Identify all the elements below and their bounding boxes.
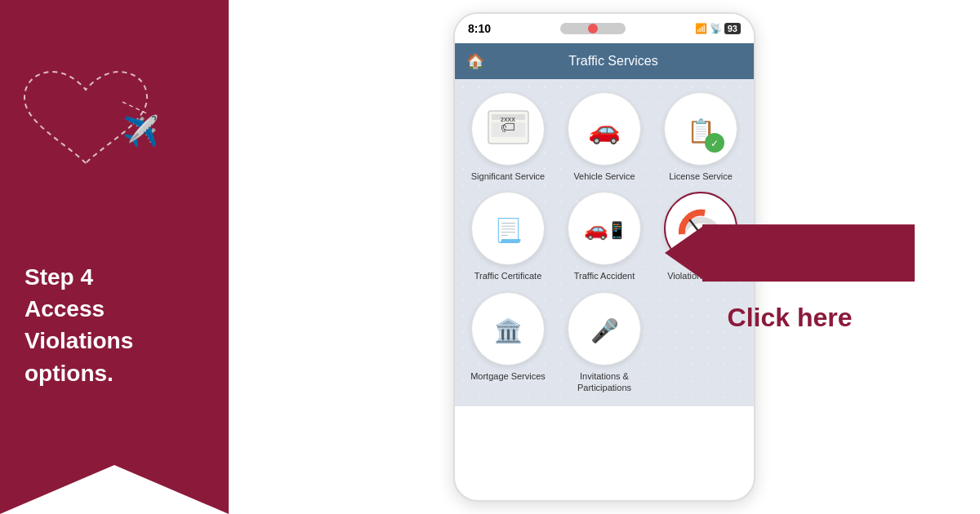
- svg-text:🚗: 🚗: [584, 217, 608, 241]
- service-item-traffic-accident[interactable]: 🚗 📱 Traffic Accident: [561, 192, 648, 281]
- arrow-indicator: Click here: [665, 224, 915, 333]
- service-item-vehicle[interactable]: 🚗 Vehicle Service: [561, 92, 648, 182]
- service-icon-vehicle: 🚗: [568, 92, 641, 166]
- nav-bar: 🏠 Traffic Services: [455, 43, 754, 79]
- wifi-icon: 📡: [710, 23, 722, 34]
- service-item-invitations[interactable]: 🎤 Invitations & Participations: [561, 292, 648, 394]
- service-item-significant[interactable]: 2XXX 🏷 Significant Service: [465, 92, 551, 182]
- battery-indicator: 93: [724, 23, 741, 34]
- status-icons: 📶 📡 93: [695, 23, 741, 34]
- service-label-vehicle: Vehicle Service: [573, 171, 635, 182]
- service-item-mortgage[interactable]: 🏛️ Mortgage Services: [465, 292, 551, 394]
- service-icon-significant: 2XXX 🏷: [471, 92, 545, 166]
- arrow-shape: [665, 224, 915, 281]
- home-nav-icon[interactable]: 🏠: [466, 52, 484, 70]
- nav-title: Traffic Services: [484, 54, 742, 69]
- service-icon-traffic-accident: 🚗 📱: [568, 192, 641, 265]
- service-icon-mortgage: 🏛️: [471, 292, 545, 366]
- service-label-mortgage: Mortgage Services: [470, 370, 546, 382]
- svg-text:🏷: 🏷: [501, 119, 515, 135]
- svg-line-0: [122, 102, 149, 114]
- signal-icon: 📶: [695, 23, 707, 34]
- service-label-invitations: Invitations & Participations: [561, 370, 648, 394]
- service-label-traffic-accident: Traffic Accident: [574, 270, 635, 281]
- svg-text:✓: ✓: [710, 138, 719, 149]
- service-item-license[interactable]: 📋 ✓ License Service: [657, 92, 744, 182]
- sidebar-triangle-decoration: [0, 465, 229, 514]
- svg-text:📱: 📱: [607, 220, 627, 240]
- svg-text:🎤: 🎤: [590, 317, 619, 344]
- step-text-label: Step 4 Access Violations options.: [24, 264, 133, 386]
- service-icon-traffic-cert: 📃: [471, 192, 545, 265]
- arrow-head-icon: [665, 224, 706, 281]
- main-content-area: 8:10 📶 📡 93 🏠 Traffic Services: [229, 0, 980, 514]
- svg-text:🏛️: 🏛️: [494, 317, 523, 344]
- service-label-license: License Service: [669, 171, 733, 182]
- step-instruction-text: Step 4 Access Violations options.: [24, 261, 204, 389]
- airplane-icon: ✈️: [122, 114, 159, 148]
- service-label-traffic-cert: Traffic Certificate: [474, 270, 542, 281]
- sidebar: ✈️ Step 4 Access Violations options.: [0, 0, 229, 514]
- status-bar: 8:10 📶 📡 93: [455, 14, 754, 43]
- svg-text:🚗: 🚗: [588, 114, 621, 145]
- status-time: 8:10: [468, 22, 491, 35]
- service-item-traffic-cert[interactable]: 📃 Traffic Certificate: [465, 192, 551, 281]
- svg-text:📃: 📃: [494, 217, 523, 244]
- service-icon-license: 📋 ✓: [664, 92, 737, 166]
- service-label-significant: Significant Service: [471, 171, 546, 182]
- arrow-shaft: [702, 224, 915, 281]
- status-notch: [560, 23, 626, 34]
- service-icon-invitations: 🎤: [568, 292, 641, 366]
- click-here-label: Click here: [728, 303, 853, 333]
